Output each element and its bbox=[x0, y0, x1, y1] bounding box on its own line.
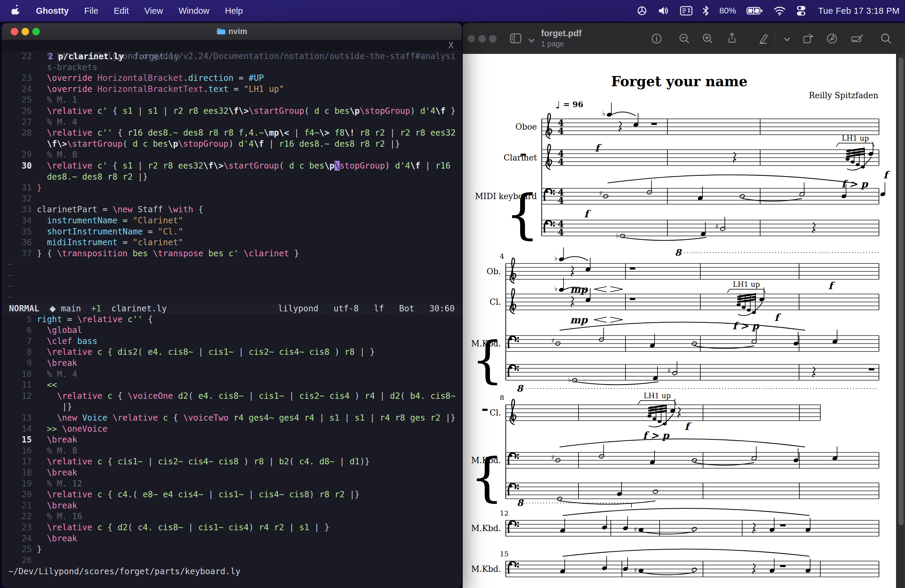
code-line: \f\>\startGroup( d c bes\p\stopGroup) d'… bbox=[2, 138, 462, 150]
svg-text:♩: ♩ bbox=[556, 99, 560, 111]
code-line: 29 % M. 8 bbox=[2, 149, 462, 161]
menu-datetime[interactable]: Tue Feb 17 3:18 PM bbox=[818, 6, 900, 16]
statusline-bottom: ~/Dev/Lilypond/scores/forget/parts/keybo… bbox=[2, 566, 462, 577]
status-tray: 80% Tue Feb 17 3:18 PM bbox=[636, 0, 900, 22]
zoom-in-button[interactable] bbox=[700, 31, 715, 46]
rotate-button[interactable] bbox=[800, 31, 816, 46]
svg-text:LH1 up: LH1 up bbox=[842, 134, 869, 143]
terminal-window: nvim 2 p/clarinet.ly forget.ly X 22 % ht… bbox=[2, 23, 462, 588]
svg-text:M.Kbd.: M.Kbd. bbox=[471, 564, 501, 574]
volume-icon[interactable] bbox=[658, 6, 670, 16]
signature-button[interactable] bbox=[849, 31, 865, 46]
svg-text:{: { bbox=[472, 331, 503, 389]
apple-menu-icon[interactable] bbox=[11, 5, 22, 17]
pdf-page: Forget your nameReilly Spitzfaden♩= 9644… bbox=[463, 54, 905, 588]
document-title: forget.pdf bbox=[541, 29, 581, 38]
svg-text:8: 8 bbox=[517, 497, 524, 508]
code-line: ~ bbox=[2, 292, 462, 303]
code-line: 13 \new Voice \relative c { \voiceTwo r4… bbox=[2, 413, 462, 424]
close-button[interactable] bbox=[467, 35, 475, 43]
code-line: 5right = \relative c'' { bbox=[2, 314, 462, 325]
svg-text:= 96: = 96 bbox=[563, 100, 583, 109]
markup-chevron-icon[interactable] bbox=[779, 33, 795, 49]
svg-text:♯: ♯ bbox=[667, 367, 671, 375]
menu-item-ghostty[interactable]: Ghostty bbox=[36, 6, 69, 16]
minimize-button[interactable] bbox=[478, 35, 486, 43]
svg-text:8: 8 bbox=[516, 383, 524, 394]
svg-text:mp: mp bbox=[570, 314, 588, 326]
keyboard-switcher-icon[interactable] bbox=[680, 6, 692, 16]
code-line: 11 << bbox=[2, 380, 462, 391]
code-line: 24 \override HorizontalBracketText.text … bbox=[2, 84, 462, 95]
tab-close-icon[interactable]: X bbox=[448, 40, 453, 51]
share-button[interactable] bbox=[724, 31, 740, 46]
menu-item-view[interactable]: View bbox=[144, 6, 163, 16]
code-line: ~ bbox=[2, 281, 462, 292]
battery-percent: 80% bbox=[719, 6, 736, 16]
preview-window: forget.pdf 1 page bbox=[463, 23, 905, 588]
menu-item-file[interactable]: File bbox=[84, 6, 98, 16]
info-button[interactable] bbox=[649, 31, 664, 46]
menu-item-help[interactable]: Help bbox=[225, 6, 243, 16]
code-line: |} bbox=[2, 402, 462, 413]
code-line: 27 % M. 4 bbox=[2, 117, 462, 128]
code-line: 32 bbox=[2, 194, 462, 205]
sidebar-icon[interactable] bbox=[508, 31, 524, 46]
buffer-keyboard[interactable]: 5right = \relative c'' {6 \global7 \clef… bbox=[2, 314, 462, 566]
svg-text:Clarinet: Clarinet bbox=[504, 153, 537, 162]
code-line: 22 % M. 16 bbox=[2, 511, 462, 522]
svg-text:Cl.: Cl. bbox=[490, 408, 501, 417]
code-line: des8.~ des8 r8 r2 |} bbox=[2, 172, 462, 183]
zoom-button[interactable] bbox=[489, 35, 497, 43]
markup-pencil-button[interactable] bbox=[755, 31, 771, 46]
svg-text:4: 4 bbox=[500, 253, 504, 260]
code-line: 6 \global bbox=[2, 325, 462, 336]
bluetooth-icon[interactable] bbox=[703, 5, 709, 16]
svg-text:4: 4 bbox=[558, 227, 564, 237]
svg-text:4: 4 bbox=[558, 195, 564, 206]
sidebar-chevron-icon[interactable] bbox=[524, 34, 539, 49]
buffer-clarinet[interactable]: 22 % https://lilypond.org/doc/v2.24/Docu… bbox=[2, 51, 462, 303]
statusline-right: lilypond utf-8 lf Bot 30:60 bbox=[278, 303, 455, 314]
wifi-icon[interactable] bbox=[773, 6, 786, 16]
menu-item-window[interactable]: Window bbox=[179, 6, 210, 16]
tab-count: 2 bbox=[48, 51, 53, 61]
code-line: ~ bbox=[2, 259, 462, 270]
terminal-body[interactable]: 2 p/clarinet.ly forget.ly X 22 % https:/… bbox=[2, 40, 462, 588]
tab-inactive[interactable]: forget.ly bbox=[134, 51, 179, 61]
window-manager-icon[interactable] bbox=[636, 5, 648, 16]
search-icon[interactable] bbox=[878, 31, 894, 46]
folder-icon bbox=[216, 28, 225, 35]
svg-text:Cl.: Cl. bbox=[490, 297, 501, 307]
code-line: 23 \relative c { d2( c4. cis8~ | cis1~ c… bbox=[2, 522, 462, 533]
terminal-title: nvim bbox=[2, 23, 462, 40]
code-line: ~ bbox=[2, 270, 462, 281]
tab-active[interactable]: p/clarinet.ly bbox=[58, 51, 124, 61]
control-center-icon[interactable] bbox=[796, 5, 806, 16]
annotate-button[interactable] bbox=[824, 31, 840, 46]
svg-text:LH1 up: LH1 up bbox=[733, 280, 760, 289]
code-line: 20 \relative c { c4.( e8~ e4 cis4~ | cis… bbox=[2, 489, 462, 500]
desktop: GhosttyFileEditViewWindowHelp 80% bbox=[0, 0, 905, 588]
zoom-out-button[interactable] bbox=[676, 31, 692, 46]
document-title-block: forget.pdf 1 page bbox=[541, 29, 581, 48]
score-composer: Reilly Spitzfaden bbox=[809, 91, 878, 100]
code-line: 35 shortInstrumentName = "Cl." bbox=[2, 226, 462, 237]
code-line: 34 instrumentName = "Clarinet" bbox=[2, 215, 462, 226]
menu-item-edit[interactable]: Edit bbox=[114, 6, 129, 16]
svg-text:{: { bbox=[505, 183, 539, 245]
code-line: 16 % M. 8 bbox=[2, 445, 462, 456]
code-line: 33clarinetPart = \new Staff \with { bbox=[2, 204, 462, 215]
app-menus: GhosttyFileEditViewWindowHelp bbox=[22, 6, 243, 16]
code-line: 12 \relative c { \voiceOne d2( e4. cis8~… bbox=[2, 391, 462, 402]
svg-text:12: 12 bbox=[500, 509, 508, 517]
scrollbar[interactable] bbox=[899, 57, 903, 525]
svg-text:8: 8 bbox=[675, 247, 682, 258]
code-line: 10 % M. 4 bbox=[2, 369, 462, 380]
code-line: 14 >> \oneVoice bbox=[2, 424, 462, 435]
svg-text:♯: ♯ bbox=[634, 566, 637, 574]
svg-text:8: 8 bbox=[500, 394, 504, 402]
svg-text:♯: ♯ bbox=[599, 189, 602, 197]
code-line: 19 % M. 12 bbox=[2, 478, 462, 489]
svg-text:♯: ♯ bbox=[715, 223, 719, 230]
